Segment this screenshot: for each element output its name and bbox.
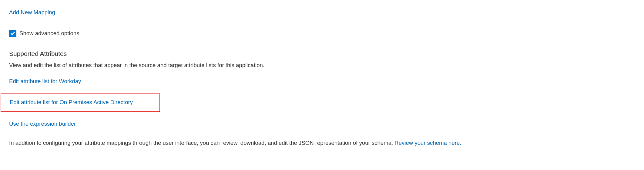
checkmark-icon [10,31,15,36]
review-schema-link[interactable]: Review your schema here. [394,140,461,146]
supported-attributes-heading: Supported Attributes [9,49,635,58]
show-advanced-options-row: Show advanced options [9,29,635,38]
show-advanced-options-label: Show advanced options [19,29,79,38]
edit-attribute-list-workday-link[interactable]: Edit attribute list for Workday [9,77,81,86]
edit-attribute-list-on-prem-ad-link[interactable]: Edit attribute list for On Premises Acti… [10,99,133,105]
footer-text: In addition to configuring your attribut… [9,139,635,147]
use-expression-builder-link[interactable]: Use the expression builder [9,120,76,128]
footer-text-prefix: In addition to configuring your attribut… [9,140,394,146]
add-new-mapping-link[interactable]: Add New Mapping [9,8,55,17]
highlighted-link-box: Edit attribute list for On Premises Acti… [1,93,160,112]
show-advanced-options-checkbox[interactable] [9,30,16,37]
attribute-links-list: Edit attribute list for Workday Edit att… [9,77,635,128]
supported-attributes-description: View and edit the list of attributes tha… [9,61,635,70]
